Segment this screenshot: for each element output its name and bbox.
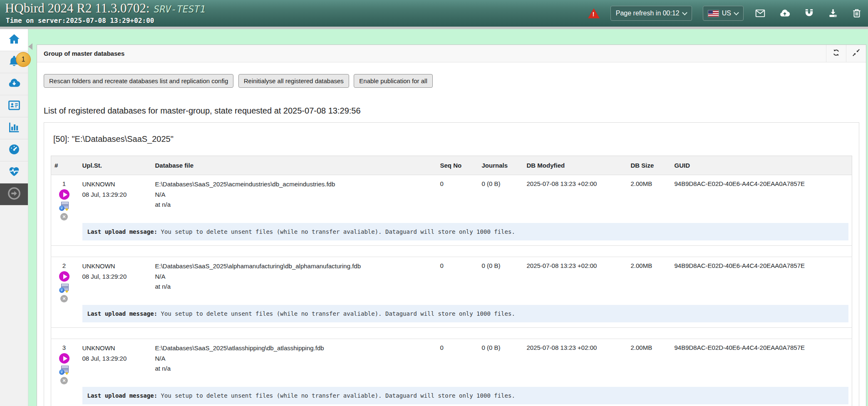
sidebar-item-accounts[interactable] bbox=[0, 95, 28, 117]
start-replication-icon[interactable] bbox=[59, 189, 69, 200]
database-info-icon[interactable]: i bbox=[59, 202, 69, 211]
list-heading: List of registered databases for master-… bbox=[44, 106, 859, 116]
remove-database-icon[interactable]: × bbox=[60, 377, 68, 384]
magnet-icon[interactable] bbox=[804, 8, 815, 19]
column-header: Seq No bbox=[437, 156, 479, 175]
sidebar-collapse-handle[interactable] bbox=[28, 43, 32, 50]
panel-header: Group of master databases bbox=[37, 45, 866, 62]
cell-database-file: E:\Databases\SaaS_2025\acmeindustries\db… bbox=[152, 175, 437, 223]
header-icons bbox=[754, 8, 862, 19]
database-group-box: [50]: "E:\Databases\SaaS_2025" # Upl.St. bbox=[44, 122, 859, 406]
mail-icon[interactable] bbox=[754, 8, 766, 19]
last-upload-message: Last upload message: You setup to delete… bbox=[82, 223, 849, 240]
group-path-heading: [50]: "E:\Databases\SaaS_2025" bbox=[53, 134, 852, 144]
cloud-download-icon bbox=[7, 77, 21, 91]
table-body: 1 i × UNKNOWN bbox=[51, 175, 852, 406]
top-header: HQbird 2024 R2 11.3.0702:SRV-TEST1 Time … bbox=[0, 0, 868, 29]
cell-upload-message: Last upload message: You setup to delete… bbox=[79, 304, 852, 328]
master-databases-panel: Group of master databases Rescan folders… bbox=[37, 45, 866, 406]
cell-upload-message: Last upload message: You setup to delete… bbox=[79, 222, 852, 246]
upload-state: UNKNOWN bbox=[82, 344, 149, 352]
sidebar-item-backups[interactable] bbox=[0, 73, 28, 95]
cell-seq-no: 0 bbox=[437, 175, 479, 223]
cell-db-size: 2.00MB bbox=[627, 257, 671, 304]
action-button[interactable]: Reinitialyse all registered databases bbox=[238, 74, 349, 88]
cell-seq-no: 0 bbox=[437, 257, 479, 304]
database-file-path: E:\Databases\SaaS_2025\atlasshipping\db_… bbox=[155, 344, 434, 352]
cell-db-modified: 2025-07-08 13:23 +02:00 bbox=[523, 175, 627, 223]
sidebar bbox=[0, 29, 28, 406]
hqbird-page: HQbird 2024 R2 11.3.0702:SRV-TEST1 Time … bbox=[0, 0, 868, 406]
last-upload-message: Last upload message: You setup to delete… bbox=[82, 387, 849, 404]
start-replication-icon[interactable] bbox=[59, 271, 69, 282]
cell-db-modified: 2025-07-08 13:23 +02:00 bbox=[523, 339, 627, 386]
column-header: GUID bbox=[671, 156, 852, 175]
trash-icon[interactable] bbox=[851, 8, 862, 19]
action-button[interactable]: Enable publication for all bbox=[354, 74, 432, 88]
message-label: Last upload message: bbox=[87, 310, 158, 317]
upload-time: 08 Jul, 13:29:20 bbox=[82, 272, 149, 281]
database-file-path: E:\Databases\SaaS_2025\acmeindustries\db… bbox=[155, 180, 434, 188]
cell-db-modified: 2025-07-08 13:23 +02:00 bbox=[523, 257, 627, 304]
database-info-icon[interactable]: i bbox=[59, 366, 69, 375]
cell-db-size: 2.00MB bbox=[627, 339, 671, 386]
column-header: Upl.St. bbox=[79, 156, 152, 175]
cell-empty bbox=[51, 386, 79, 406]
start-replication-icon[interactable] bbox=[59, 353, 69, 364]
upload-state: UNKNOWN bbox=[82, 262, 149, 270]
bar-chart-icon bbox=[7, 121, 21, 135]
product-title: HQbird 2024 R2 11.3.0702: bbox=[5, 1, 150, 15]
remove-database-icon[interactable]: × bbox=[60, 295, 68, 302]
cell-upload-status: UNKNOWN 08 Jul, 13:29:20 bbox=[79, 257, 152, 304]
locale-label: US bbox=[722, 10, 731, 17]
cell-upload-status: UNKNOWN 08 Jul, 13:29:20 bbox=[79, 339, 152, 386]
upload-message-row: Last upload message: You setup to delete… bbox=[51, 304, 852, 328]
heart-pulse-icon bbox=[7, 165, 21, 179]
panel-body: Rescan folders and recreate databases li… bbox=[37, 62, 866, 406]
upload-state: UNKNOWN bbox=[82, 180, 149, 188]
action-button[interactable]: Rescan folders and recreate databases li… bbox=[44, 74, 233, 88]
cell-num: 1 i × bbox=[51, 175, 79, 223]
cell-num: 2 i × bbox=[51, 257, 79, 304]
column-header: DB Size bbox=[627, 156, 671, 175]
cloud-upload-icon[interactable] bbox=[779, 8, 791, 19]
notification-badge[interactable]: 1 bbox=[16, 52, 31, 67]
sidebar-item-statistics[interactable] bbox=[0, 117, 28, 139]
panel-collapse-button[interactable] bbox=[846, 45, 866, 62]
remove-database-icon[interactable]: × bbox=[60, 213, 68, 220]
sidebar-item-dashboard[interactable] bbox=[0, 139, 28, 161]
us-flag-icon bbox=[708, 10, 719, 17]
sidebar-item-home[interactable] bbox=[0, 29, 28, 51]
database-file-at: at n/a bbox=[155, 201, 434, 209]
server-time: Time on server:2025-07-08 13:29+02:00 bbox=[6, 17, 154, 25]
panel-refresh-button[interactable] bbox=[826, 45, 846, 62]
message-label: Last upload message: bbox=[87, 228, 158, 235]
sidebar-item-health[interactable] bbox=[0, 161, 28, 183]
table-row: 1 i × UNKNOWN bbox=[51, 175, 852, 223]
upload-message-row: Last upload message: You setup to delete… bbox=[51, 222, 852, 246]
sidebar-item-expand[interactable] bbox=[0, 183, 28, 205]
warning-icon[interactable]: ! bbox=[588, 8, 600, 18]
upload-time: 08 Jul, 13:29:20 bbox=[82, 354, 149, 363]
cell-guid: 94B9D8AC-E02D-40E6-A4C4-20EAA0A7857E bbox=[671, 339, 852, 386]
collapse-icon bbox=[852, 49, 860, 58]
database-info-icon[interactable]: i bbox=[59, 284, 69, 293]
locale-dropdown[interactable]: US bbox=[703, 6, 744, 21]
gauge-icon bbox=[7, 143, 21, 157]
database-file-at: at n/a bbox=[155, 364, 434, 373]
cell-db-size: 2.00MB bbox=[627, 175, 671, 223]
cell-upload-message: Last upload message: You setup to delete… bbox=[79, 386, 852, 406]
row-number: 1 bbox=[62, 180, 66, 187]
page-refresh-dropdown[interactable]: Page refresh in 00:12 bbox=[610, 6, 692, 21]
home-icon bbox=[8, 33, 20, 47]
header-toolbar: ! Page refresh in 00:12 US bbox=[588, 0, 862, 27]
table-header: # Upl.St. Database file Seq No Journals … bbox=[51, 156, 852, 175]
cell-upload-status: UNKNOWN 08 Jul, 13:29:20 bbox=[79, 175, 152, 223]
table-row: 3 i × UNKNOWN bbox=[51, 339, 852, 386]
database-file-na: N/A bbox=[155, 191, 434, 199]
panel-title: Group of master databases bbox=[37, 50, 826, 57]
message-text: You setup to delete unsent files (while … bbox=[161, 228, 515, 235]
cell-seq-no: 0 bbox=[437, 339, 479, 386]
download-icon[interactable] bbox=[827, 8, 839, 19]
cell-database-file: E:\Databases\SaaS_2025\alphamanufacturin… bbox=[152, 257, 437, 304]
